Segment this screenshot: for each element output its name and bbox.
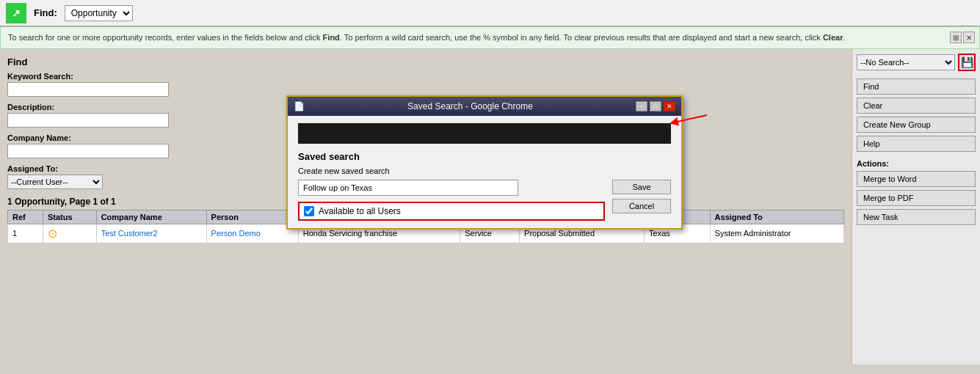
modal-save-button[interactable]: Save [612, 180, 671, 194]
modal-right-col: Save Cancel [612, 180, 671, 213]
modal-cancel-button[interactable]: Cancel [612, 199, 671, 213]
modal-window: 📄 Saved Search - Google Chrome − □ ✕ Sav… [286, 95, 683, 230]
svg-line-1 [674, 115, 707, 122]
window-controls: − □ ✕ [636, 101, 675, 111]
modal-doc-icon: 📄 [294, 101, 305, 111]
modal-titlebar: 📄 Saved Search - Google Chrome − □ ✕ [288, 97, 681, 116]
modal-url-bar [298, 123, 671, 144]
close-button[interactable]: ✕ [664, 101, 675, 111]
modal-body: Saved search Create new saved search Ava… [288, 116, 681, 228]
modal-left-col: Available to all Users [298, 180, 605, 221]
minimize-button[interactable]: − [636, 101, 647, 111]
modal-overlay: 📄 Saved Search - Google Chrome − □ ✕ Sav… [0, 0, 980, 374]
modal-content-row: Available to all Users Save Cancel [298, 180, 671, 221]
modal-section-title: Saved search [298, 151, 671, 162]
modal-title: Saved Search - Google Chrome [305, 101, 636, 111]
available-to-all-users-row: Available to all Users [298, 202, 605, 221]
available-to-all-users-label: Available to all Users [319, 206, 401, 216]
available-to-all-users-checkbox[interactable] [304, 206, 314, 216]
maximize-button[interactable]: □ [650, 101, 661, 111]
red-arrow-indicator [670, 111, 707, 136]
search-name-input[interactable] [298, 180, 518, 196]
modal-subsection-title: Create new saved search [298, 166, 671, 175]
